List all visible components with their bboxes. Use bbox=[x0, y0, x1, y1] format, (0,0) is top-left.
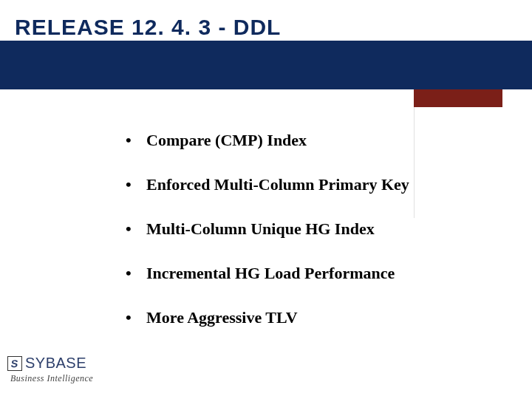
bullet-item: More Aggressive TLV bbox=[126, 308, 436, 327]
footer-brand-text: SYBASE bbox=[25, 355, 86, 372]
footer-subline: Business Intelligence bbox=[10, 373, 133, 384]
bullet-item: Incremental HG Load Performance bbox=[126, 264, 436, 283]
footer-brand-row: S SYBASE bbox=[7, 355, 133, 372]
logo-mark-letter: S bbox=[10, 358, 18, 369]
bullet-item: Enforced Multi-Column Primary Key bbox=[126, 175, 436, 194]
bullet-list: Compare (CMP) Index Enforced Multi-Colum… bbox=[96, 131, 436, 352]
logo-mark-icon: S bbox=[7, 356, 22, 371]
slide-title: RELEASE 12. 4. 3 - DDL bbox=[15, 15, 281, 40]
slide: RELEASE 12. 4. 3 - DDL Compare (CMP) Ind… bbox=[0, 0, 532, 399]
right-column-brown-segment bbox=[414, 89, 502, 107]
bullet-item: Multi-Column Unique HG Index bbox=[126, 219, 436, 239]
footer-logo: S SYBASE Business Intelligence bbox=[7, 355, 133, 384]
bullet-item: Compare (CMP) Index bbox=[126, 131, 436, 150]
right-column-navy-segment bbox=[414, 41, 502, 89]
